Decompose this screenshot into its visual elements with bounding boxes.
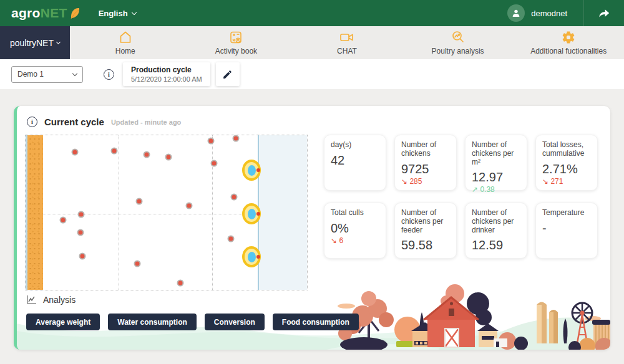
stat-delta: ↗ 0.38	[472, 185, 520, 194]
farm-illustration	[326, 274, 610, 350]
logo-text-net: NET	[41, 6, 67, 21]
product-label: poultryNET	[10, 38, 54, 48]
info-icon[interactable]: i	[104, 69, 114, 80]
sensor-dot[interactable]	[136, 198, 143, 205]
sensor-dot[interactable]	[79, 253, 86, 260]
stat-value: 0%	[331, 221, 379, 236]
water-cup-icon	[248, 209, 256, 219]
stat-delta: ↘ 271	[542, 177, 591, 186]
average-weight-button[interactable]: Average weight	[26, 314, 100, 330]
stats-grid: day(s)42Number of chickens9725↘ 285Numbe…	[324, 135, 598, 259]
gear-icon	[561, 30, 576, 45]
product-switcher[interactable]: poultryNET	[0, 26, 70, 59]
sensor-dot[interactable]	[208, 138, 215, 145]
sensor-dot[interactable]	[186, 203, 193, 209]
stat-value: 9725	[401, 162, 450, 176]
drinker-marker[interactable]	[242, 160, 261, 181]
current-cycle-panel: i Current cycle Updated - minute ago day…	[14, 106, 610, 350]
valve-dot	[256, 212, 260, 216]
sensor-dot[interactable]	[144, 151, 150, 158]
avatar[interactable]	[507, 4, 525, 22]
username-label: demodnet	[531, 9, 567, 18]
video-camera-icon	[339, 30, 355, 45]
agronet-logo[interactable]: agroNET	[11, 6, 81, 21]
sensor-dot[interactable]	[77, 229, 84, 236]
stat-label: day(s)	[331, 141, 379, 150]
stat-value: 12.97	[472, 170, 520, 184]
sensor-dot[interactable]	[165, 154, 172, 161]
grid-divider	[212, 135, 213, 290]
stat-label: Number of chickens per drinker	[472, 209, 520, 234]
analysis-magnifier-icon	[451, 30, 466, 45]
stat-value: 42	[331, 153, 379, 168]
stat-card: Total culls0%↘ 6	[324, 203, 386, 259]
farm-select[interactable]: Demo 1	[11, 66, 83, 83]
drinker-marker[interactable]	[242, 246, 261, 267]
stat-value: 12.59	[472, 238, 520, 252]
nav-label: Home	[115, 47, 135, 55]
nav-item-additional-functionalities[interactable]: Additional fuctionalities	[513, 26, 624, 59]
sensor-dot[interactable]	[134, 261, 141, 267]
stat-card: day(s)42	[324, 135, 386, 191]
production-cycle-card: Production cycle 5/12/2020 12:00:00 AM	[123, 62, 210, 86]
nav-bar: poultryNET Home Activity book CHAT Poult…	[0, 26, 624, 59]
sensor-dot[interactable]	[60, 217, 67, 224]
sensor-dot[interactable]	[177, 280, 184, 287]
nav-item-activity-book[interactable]: Activity book	[181, 26, 292, 59]
nav-item-poultry-analysis[interactable]: Poultry analysis	[402, 26, 514, 59]
water-consumption-button[interactable]: Water consumption	[108, 314, 197, 330]
conversion-button[interactable]: Conversion	[205, 314, 265, 330]
nav-item-home[interactable]: Home	[70, 26, 181, 59]
food-consumption-button[interactable]: Food consumption	[273, 314, 359, 330]
valve-dot	[256, 255, 260, 259]
stat-value: 59.58	[401, 238, 450, 252]
sensor-dot[interactable]	[111, 148, 118, 155]
drinker-marker[interactable]	[242, 203, 261, 224]
info-icon[interactable]: i	[27, 117, 37, 127]
water-zone	[258, 135, 307, 290]
stat-value: -	[542, 221, 591, 236]
calculator-icon	[228, 30, 243, 45]
nav-label: Additional fuctionalities	[530, 47, 607, 55]
toolbar: Demo 1 i Production cycle 5/12/2020 12:0…	[0, 59, 624, 89]
pencil-icon	[222, 69, 233, 80]
nav-label: Activity book	[215, 47, 257, 55]
language-selector[interactable]: English	[99, 9, 136, 18]
grid-divider	[119, 135, 119, 290]
user-icon	[511, 8, 521, 18]
stat-value: 2.71%	[542, 162, 591, 176]
home-icon	[118, 30, 133, 45]
sensor-dot[interactable]	[72, 149, 79, 156]
stat-delta: ↘ 6	[331, 236, 379, 245]
stat-label: Number of chickens per m²	[472, 141, 520, 166]
farm-select-value: Demo 1	[17, 70, 44, 79]
valve-dot	[256, 168, 260, 172]
stat-card: Number of chickens9725↘ 285	[394, 135, 457, 191]
sensor-dot[interactable]	[231, 194, 238, 201]
sensor-dot[interactable]	[78, 211, 85, 218]
panel-title: Current cycle	[44, 117, 104, 127]
chevron-down-icon	[72, 70, 77, 75]
updated-status: Updated - minute ago	[111, 118, 181, 126]
analysis-buttons: Average weight Water consumption Convers…	[26, 314, 359, 330]
nav-item-chat[interactable]: CHAT	[291, 26, 402, 59]
language-label: English	[99, 9, 128, 18]
stat-card: Number of chickens per feeder59.58	[394, 203, 457, 259]
edit-cycle-button[interactable]	[216, 62, 240, 86]
stat-card: Temperature-	[535, 203, 598, 259]
chevron-down-icon	[56, 39, 61, 44]
stat-label: Number of chickens	[401, 141, 450, 158]
feed-line	[27, 135, 43, 290]
stat-card: Number of chickens per drinker12.59	[465, 203, 527, 259]
sensor-dot[interactable]	[233, 135, 240, 142]
water-cup-icon	[248, 165, 256, 176]
stat-label: Number of chickens per feeder	[401, 209, 450, 234]
stat-card: Number of chickens per m²12.97↗ 0.38	[465, 135, 527, 191]
analysis-label: Analysis	[43, 295, 76, 305]
leaf-icon	[69, 6, 81, 20]
sensor-dot[interactable]	[211, 160, 218, 167]
sensor-dot[interactable]	[228, 236, 235, 242]
logout-button[interactable]	[584, 0, 624, 26]
nav-label: Poultry analysis	[432, 47, 484, 55]
chevron-down-icon	[131, 9, 136, 14]
